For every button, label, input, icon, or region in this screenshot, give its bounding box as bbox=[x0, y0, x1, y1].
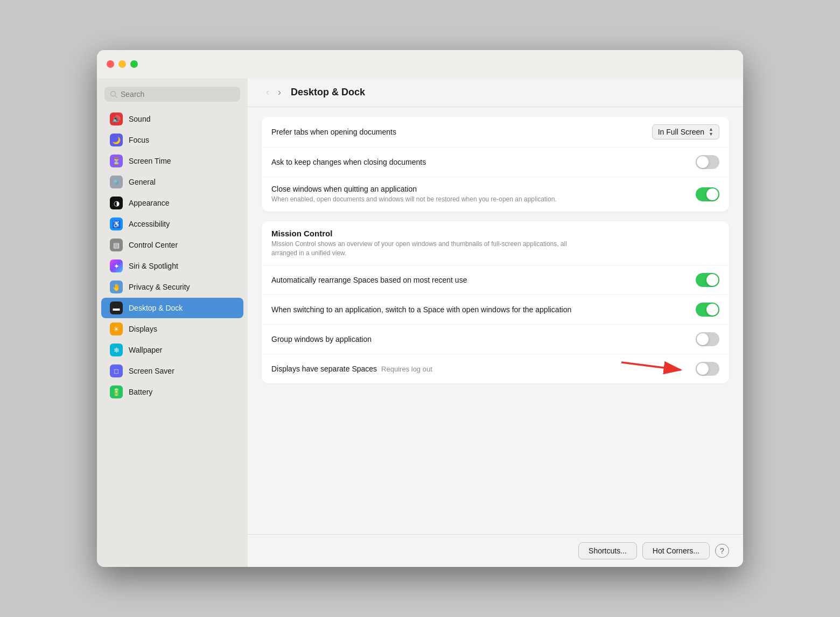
displays-icon: ☀ bbox=[110, 322, 123, 335]
prefer-tabs-select[interactable]: In Full Screen ▲▼ bbox=[652, 124, 719, 139]
sidebar-label-privacy: Privacy & Security bbox=[129, 283, 190, 291]
sidebar-item-control[interactable]: ▤Control Center bbox=[101, 235, 243, 255]
search-box[interactable] bbox=[104, 87, 240, 102]
ask-keep-changes-label: Ask to keep changes when closing documen… bbox=[271, 158, 689, 166]
svg-line-3 bbox=[621, 362, 681, 370]
sidebar-item-screensaver[interactable]: □Screen Saver bbox=[101, 361, 243, 381]
sidebar-label-appearance: Appearance bbox=[129, 199, 170, 207]
main-content: 🔊Sound🌙Focus⏳Screen Time⚙️General◑Appear… bbox=[97, 78, 743, 567]
shortcuts-button[interactable]: Shortcuts... bbox=[578, 542, 637, 559]
sidebar-item-access[interactable]: ♿Accessibility bbox=[101, 214, 243, 234]
system-preferences-window: 🔊Sound🌙Focus⏳Screen Time⚙️General◑Appear… bbox=[97, 50, 743, 567]
focus-icon: 🌙 bbox=[110, 134, 123, 146]
separate-spaces-row: Displays have separate Spaces Requires l… bbox=[262, 354, 729, 383]
sidebar-item-siri[interactable]: ✦Siri & Spotlight bbox=[101, 256, 243, 276]
appearance-icon: ◑ bbox=[110, 197, 123, 209]
privacy-icon: 🤚 bbox=[110, 281, 123, 293]
sidebar-label-screentime: Screen Time bbox=[129, 157, 171, 165]
control-icon: ▤ bbox=[110, 239, 123, 251]
screensaver-icon: □ bbox=[110, 364, 123, 377]
auto-rearrange-row: Automatically rearrange Spaces based on … bbox=[262, 265, 729, 295]
sidebar-item-displays[interactable]: ☀Displays bbox=[101, 319, 243, 339]
sidebar-label-general: General bbox=[129, 178, 156, 186]
ask-keep-changes-toggle[interactable] bbox=[696, 155, 719, 169]
search-icon bbox=[110, 90, 117, 98]
auto-rearrange-toggle[interactable] bbox=[696, 273, 719, 287]
switch-space-label: When switching to an application, switch… bbox=[271, 305, 689, 314]
search-wrap bbox=[97, 83, 248, 108]
requires-logout-label: Requires log out bbox=[381, 365, 432, 373]
mission-control-title-row: Mission Control Mission Control shows an… bbox=[262, 221, 729, 266]
traffic-lights bbox=[107, 60, 138, 68]
minimize-button[interactable] bbox=[118, 60, 126, 68]
sidebar-item-screentime[interactable]: ⏳Screen Time bbox=[101, 151, 243, 171]
sidebar-item-focus[interactable]: 🌙Focus bbox=[101, 130, 243, 150]
close-windows-label: Close windows when quitting an applicati… bbox=[271, 185, 689, 193]
main-panel: ‹ › Desktop & Dock Prefer tabs when open… bbox=[248, 78, 743, 567]
mission-control-section: Mission Control Mission Control shows an… bbox=[262, 221, 729, 384]
sidebar-item-desktop[interactable]: ▬Desktop & Dock bbox=[101, 298, 243, 318]
separate-spaces-label: Displays have separate Spaces bbox=[271, 364, 377, 373]
mission-control-title: Mission Control bbox=[271, 229, 332, 238]
sidebar-item-wallpaper[interactable]: ❄Wallpaper bbox=[101, 340, 243, 360]
sound-icon: 🔊 bbox=[110, 113, 123, 125]
siri-icon: ✦ bbox=[110, 260, 123, 272]
mission-control-desc: Mission Control shows an overview of you… bbox=[271, 240, 584, 258]
sidebar-item-appearance[interactable]: ◑Appearance bbox=[101, 193, 243, 213]
sidebar-item-battery[interactable]: 🔋Battery bbox=[101, 382, 243, 402]
sidebar-item-sound[interactable]: 🔊Sound bbox=[101, 109, 243, 129]
sidebar-label-screensaver: Screen Saver bbox=[129, 367, 174, 375]
desktop-icon: ▬ bbox=[110, 302, 123, 314]
sidebar-label-sound: Sound bbox=[129, 115, 150, 123]
forward-button[interactable]: › bbox=[276, 86, 283, 99]
sidebar-label-displays: Displays bbox=[129, 325, 157, 333]
sidebar-item-general[interactable]: ⚙️General bbox=[101, 172, 243, 192]
auto-rearrange-label: Automatically rearrange Spaces based on … bbox=[271, 276, 689, 284]
screentime-icon: ⏳ bbox=[110, 155, 123, 167]
sidebar-item-privacy[interactable]: 🤚Privacy & Security bbox=[101, 277, 243, 297]
search-input[interactable] bbox=[121, 90, 235, 99]
titlebar bbox=[97, 50, 743, 78]
prefer-tabs-label: Prefer tabs when opening documents bbox=[271, 128, 646, 136]
bottom-bar: Shortcuts... Hot Corners... ? bbox=[248, 534, 743, 567]
document-settings-section: Prefer tabs when opening documents In Fu… bbox=[262, 117, 729, 212]
red-arrow-annotation bbox=[621, 358, 691, 380]
switch-space-row: When switching to an application, switch… bbox=[262, 295, 729, 325]
help-button[interactable]: ? bbox=[715, 544, 729, 558]
sidebar-label-access: Accessibility bbox=[129, 220, 170, 228]
close-windows-row: Close windows when quitting an applicati… bbox=[262, 177, 729, 212]
switch-space-toggle[interactable] bbox=[696, 303, 719, 317]
prefer-tabs-row: Prefer tabs when opening documents In Fu… bbox=[262, 117, 729, 148]
sidebar-label-battery: Battery bbox=[129, 388, 152, 396]
ask-keep-changes-row: Ask to keep changes when closing documen… bbox=[262, 148, 729, 177]
hot-corners-button[interactable]: Hot Corners... bbox=[642, 542, 710, 559]
general-icon: ⚙️ bbox=[110, 176, 123, 188]
sidebar-label-siri: Siri & Spotlight bbox=[129, 262, 178, 270]
sidebar-label-focus: Focus bbox=[129, 136, 149, 144]
group-windows-toggle[interactable] bbox=[696, 332, 719, 346]
select-arrows-icon: ▲▼ bbox=[709, 127, 713, 137]
group-windows-label: Group windows by application bbox=[271, 335, 689, 343]
prefer-tabs-value: In Full Screen bbox=[658, 128, 704, 136]
sidebar-items: 🔊Sound🌙Focus⏳Screen Time⚙️General◑Appear… bbox=[97, 109, 248, 402]
access-icon: ♿ bbox=[110, 218, 123, 230]
sidebar-label-wallpaper: Wallpaper bbox=[129, 346, 163, 354]
maximize-button[interactable] bbox=[130, 60, 138, 68]
sidebar: 🔊Sound🌙Focus⏳Screen Time⚙️General◑Appear… bbox=[97, 78, 248, 567]
separate-spaces-toggle[interactable] bbox=[696, 362, 719, 376]
panel-title: Desktop & Dock bbox=[291, 87, 365, 98]
panel-body: Prefer tabs when opening documents In Fu… bbox=[248, 107, 743, 534]
panel-header: ‹ › Desktop & Dock bbox=[248, 78, 743, 107]
back-button[interactable]: ‹ bbox=[264, 86, 271, 99]
svg-line-1 bbox=[115, 96, 117, 98]
sidebar-label-desktop: Desktop & Dock bbox=[129, 304, 183, 312]
wallpaper-icon: ❄ bbox=[110, 343, 123, 356]
close-windows-toggle[interactable] bbox=[696, 187, 719, 201]
sidebar-label-control: Control Center bbox=[129, 241, 178, 249]
close-button[interactable] bbox=[107, 60, 114, 68]
group-windows-row: Group windows by application bbox=[262, 325, 729, 354]
battery-icon: 🔋 bbox=[110, 385, 123, 398]
close-windows-sublabel: When enabled, open documents and windows… bbox=[271, 195, 584, 204]
